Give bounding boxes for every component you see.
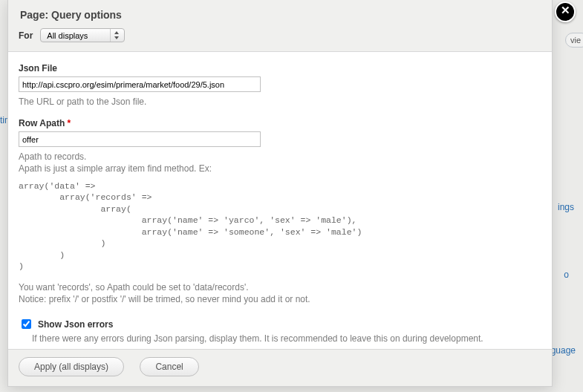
show-errors-desc: If there were any errors during Json par…: [32, 333, 541, 344]
for-select[interactable]: All displays: [40, 28, 125, 42]
show-errors-checkbox[interactable]: [22, 319, 31, 329]
row-apath-desc4: Notice: prefix '/' or postfix '/' will b…: [19, 293, 541, 305]
query-options-dialog: Page: Query options For All displays Jso…: [7, 0, 553, 387]
close-icon[interactable]: ✕: [555, 1, 576, 22]
row-apath-desc3: You want 'records', so Apath could be se…: [19, 281, 541, 293]
for-label: For: [19, 30, 33, 41]
dialog-title: Page: Query options: [20, 9, 540, 21]
required-marker: *: [68, 118, 71, 128]
json-file-input[interactable]: [19, 76, 261, 92]
json-file-desc: The URL or path to the Json file.: [19, 96, 541, 108]
row-apath-desc1: Apath to records.: [19, 151, 541, 163]
show-errors-field: Show Json errors If there were any error…: [19, 317, 541, 344]
json-file-label: Json File: [19, 63, 541, 74]
show-errors-label: Show Json errors: [38, 319, 113, 330]
row-apath-code-sample: array('data' => array('records' => array…: [19, 180, 541, 272]
json-file-field: Json File The URL or path to the Json fi…: [19, 63, 541, 108]
apply-button[interactable]: Apply (all displays): [19, 357, 124, 376]
dialog-footer: Apply (all displays) Cancel: [8, 349, 552, 386]
dialog-header: Page: Query options For All displays: [8, 0, 552, 52]
row-apath-desc2: Apath is just a simple array item find m…: [19, 163, 541, 174]
cancel-button[interactable]: Cancel: [140, 357, 198, 376]
dialog-body: Json File The URL or path to the Json fi…: [8, 52, 552, 344]
row-apath-input[interactable]: [19, 131, 261, 147]
row-apath-label: Row Apath *: [19, 118, 541, 128]
row-apath-field: Row Apath * Apath to records. Apath is j…: [19, 118, 541, 305]
